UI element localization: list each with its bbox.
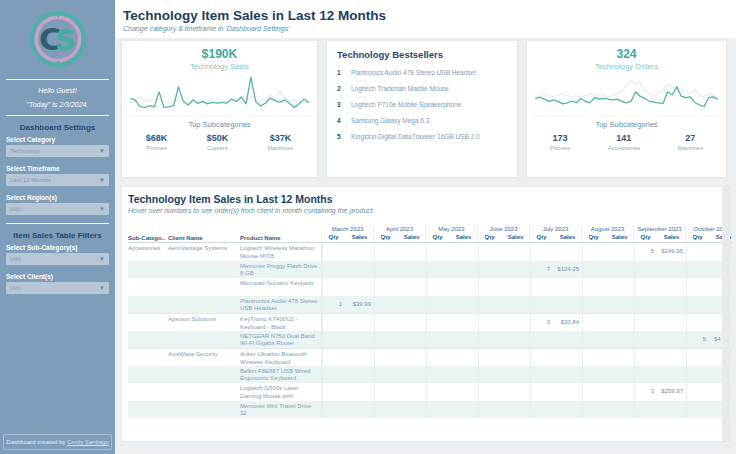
timeframe-select[interactable]: Last 12 Months ▼ — [6, 174, 109, 186]
qty-value-cell — [426, 366, 449, 384]
greeting-text: Hello Guest! — [4, 87, 111, 94]
page-title: Technology Item Sales in Last 12 Months — [123, 8, 736, 23]
sales-value-cell — [345, 314, 374, 331]
client-name-cell — [168, 296, 240, 314]
month-header: May 2023 — [426, 226, 478, 232]
kpi-cards-row: $190K Technology Sales Top Subcategories… — [115, 38, 736, 178]
region-select[interactable]: (All) ▼ — [6, 203, 109, 215]
qty-value-cell[interactable]: 5 — [634, 243, 657, 261]
subcategory-label: Machines — [678, 145, 704, 151]
table-row: Logitech G500s Laser Gaming Mouse with A… — [128, 383, 732, 401]
select-value: (All) — [10, 256, 21, 262]
top-subcategories-title: Top Subcategories — [531, 120, 722, 129]
qty-value-cell — [530, 349, 553, 366]
filter-label: Select Category — [6, 136, 109, 143]
sales-sparkline-chart[interactable] — [126, 73, 313, 119]
sales-value-cell — [397, 296, 426, 314]
sales-header: Sales — [449, 234, 478, 240]
client-select[interactable]: (All) ▼ — [6, 282, 109, 294]
bestseller-item: 2Logitech Trackman Marble Mouse — [337, 85, 507, 92]
main-content: Technology Item Sales in Last 12 Months … — [115, 0, 736, 454]
table-row: Memorex Froggy Flash Drive 8 GB7$124.25 — [128, 261, 732, 279]
sales-value-cell — [553, 278, 582, 296]
sales-value-cell — [449, 383, 478, 401]
filter-client: Select Client(s) (All) ▼ — [6, 273, 109, 294]
sales-value-cell — [345, 401, 374, 419]
qty-value-cell — [478, 366, 501, 384]
qty-value-cell — [478, 278, 501, 296]
sales-value-cell[interactable]: $30.84 — [553, 314, 582, 331]
sales-value-cell[interactable]: $209.97 — [657, 383, 686, 401]
filter-label: Select Timeframe — [6, 165, 109, 172]
divider — [6, 223, 109, 224]
orders-sparkline-chart[interactable] — [531, 73, 722, 119]
qty-sales-header: QtySales — [426, 234, 478, 240]
qty-value-cell — [426, 331, 449, 349]
svg-text:S: S — [55, 23, 76, 57]
sales-value-cell — [501, 349, 530, 366]
subcategory-label: Phones — [146, 145, 168, 151]
bestseller-rank: 3 — [337, 101, 343, 108]
sales-value-cell — [449, 278, 478, 296]
qty-value-cell[interactable]: 7 — [530, 261, 553, 279]
category-select[interactable]: Technology ▼ — [6, 145, 109, 157]
subcategory-select[interactable]: (All) ▼ — [6, 253, 109, 265]
top-subcategories-title: Top Subcategories — [126, 120, 313, 129]
qty-value-cell[interactable]: 5 — [686, 331, 709, 349]
sales-value-cell — [397, 278, 426, 296]
qty-value-cell — [478, 401, 501, 419]
orders-kpi-card: 324 Technology Orders Top Subcategories … — [526, 40, 727, 178]
product-name-cell: NETGEAR N750 Dual Band Wi-Fi Gigabit Rou… — [240, 331, 322, 349]
filter-region: Select Region(s) (All) ▼ — [6, 194, 109, 215]
sales-value-cell — [605, 349, 634, 366]
qty-value-cell — [686, 401, 709, 419]
bestseller-product-name: Logitech P710e Mobile Speakerphone — [351, 101, 461, 108]
sales-value-cell — [397, 314, 426, 331]
sales-value-cell — [397, 261, 426, 279]
sales-value-cell[interactable]: $39.99 — [345, 296, 374, 314]
qty-value-cell — [634, 331, 657, 349]
sales-value-cell[interactable]: $124.25 — [553, 261, 582, 279]
qty-value-cell[interactable]: 3 — [530, 314, 553, 331]
sales-value-cell — [605, 366, 634, 384]
sales-value-cell — [553, 401, 582, 419]
subcategory-cell — [128, 366, 168, 384]
author-link[interactable]: Cecily Santiago — [67, 439, 109, 445]
bestseller-item: 5Kingston Digital DataTraveler 16GB USB … — [337, 133, 507, 140]
sales-value-cell — [605, 296, 634, 314]
qty-header: Qty — [686, 234, 709, 240]
qty-header: Qty — [478, 234, 501, 240]
divider — [6, 79, 109, 80]
qty-value-cell — [582, 349, 605, 366]
sales-value-cell — [553, 349, 582, 366]
qty-value-cell — [686, 243, 709, 261]
qty-value-cell — [374, 383, 397, 401]
product-name-cell: Memorex Froggy Flash Drive 8 GB — [240, 261, 322, 279]
qty-value-cell[interactable]: 1 — [322, 296, 345, 314]
subcategory-stat: $68KPhones — [146, 133, 168, 151]
sales-value-cell[interactable]: $249.95 — [657, 243, 686, 261]
sales-value-cell — [449, 331, 478, 349]
table-vertical-scrollbar[interactable] — [722, 187, 730, 441]
sales-value-cell — [553, 296, 582, 314]
orders-total-value: 324 — [531, 47, 722, 61]
client-name-cell — [168, 366, 240, 384]
sales-header: Sales — [501, 234, 530, 240]
qty-value-cell — [374, 278, 397, 296]
sales-value-cell — [553, 383, 582, 401]
product-name-text: Logitech Wireless Marathon Mouse M705 — [240, 245, 318, 260]
bestseller-product-name: Samsung Galaxy Mega 6.3 — [351, 117, 429, 124]
qty-value-cell[interactable]: 3 — [634, 383, 657, 401]
client-name-cell — [168, 331, 240, 349]
product-name-text: Plantronics Audio 478 Stereo USB Headset — [240, 298, 318, 313]
sales-subcategory-stats: $68KPhones$50KCopiers$37KMachines — [126, 133, 313, 151]
qty-value-cell — [426, 278, 449, 296]
date-text: "Today" is 2/3/2024. — [4, 101, 111, 108]
qty-value-cell — [426, 349, 449, 366]
product-name-text: Micropad Numeric Keypads — [240, 280, 318, 288]
filter-label: Select Region(s) — [6, 194, 109, 201]
qty-value-cell — [530, 243, 553, 261]
sales-value-cell — [449, 401, 478, 419]
qty-value-cell — [426, 261, 449, 279]
month-header: March 2023 — [322, 226, 374, 232]
